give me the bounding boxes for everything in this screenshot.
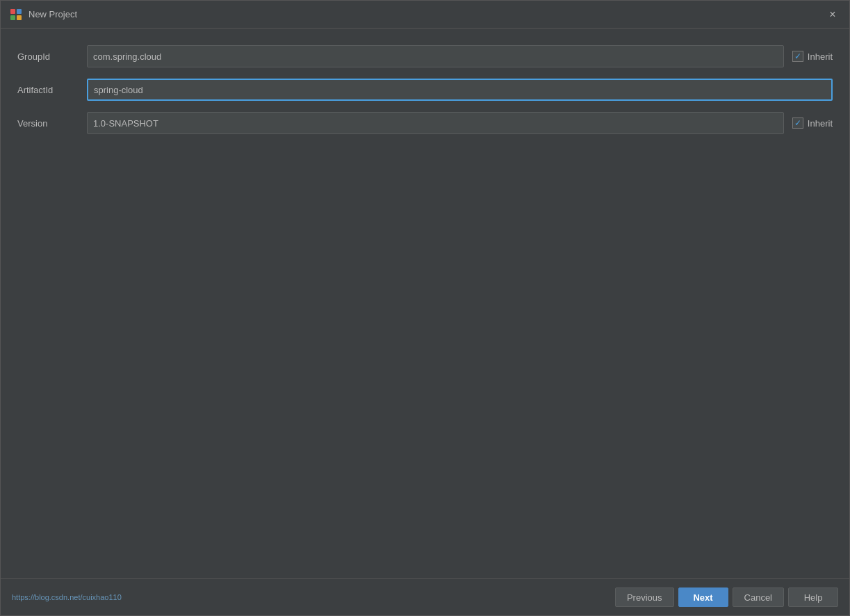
version-input[interactable] bbox=[87, 112, 784, 134]
version-inherit-label[interactable]: Inherit bbox=[808, 118, 833, 129]
svg-rect-2 bbox=[10, 15, 15, 20]
help-button[interactable]: Help bbox=[788, 587, 838, 607]
groupid-input-wrapper bbox=[87, 45, 784, 67]
close-button[interactable]: × bbox=[824, 6, 841, 23]
version-row: Version Inherit bbox=[17, 109, 833, 137]
artifactid-label: ArtifactId bbox=[17, 85, 87, 95]
title-bar: New Project × bbox=[1, 1, 849, 29]
dialog-title: New Project bbox=[28, 9, 824, 19]
artifactid-row: ArtifactId bbox=[17, 76, 833, 104]
version-input-wrapper bbox=[87, 112, 784, 134]
artifactid-input[interactable] bbox=[87, 79, 833, 101]
footer-status-url: https://blog.csdn.net/cuixhao110 bbox=[12, 593, 611, 601]
groupid-label: GroupId bbox=[17, 51, 87, 62]
groupid-input[interactable] bbox=[87, 45, 784, 67]
dialog-content: GroupId Inherit ArtifactId Version bbox=[1, 29, 849, 578]
version-inherit-checkbox[interactable] bbox=[792, 117, 803, 129]
version-inherit-wrapper: Inherit bbox=[792, 117, 833, 129]
cancel-button[interactable]: Cancel bbox=[733, 587, 784, 607]
groupid-inherit-label[interactable]: Inherit bbox=[808, 51, 833, 62]
artifactid-input-wrapper bbox=[87, 79, 833, 101]
dialog-footer: https://blog.csdn.net/cuixhao110 Previou… bbox=[1, 578, 849, 615]
svg-rect-1 bbox=[17, 9, 22, 14]
groupid-inherit-checkbox[interactable] bbox=[792, 51, 803, 62]
groupid-inherit-wrapper: Inherit bbox=[792, 51, 833, 62]
groupid-row: GroupId Inherit bbox=[17, 42, 833, 70]
app-icon bbox=[9, 8, 23, 22]
svg-rect-0 bbox=[10, 9, 15, 14]
new-project-dialog: New Project × GroupId Inherit ArtifactId… bbox=[0, 0, 850, 616]
version-label: Version bbox=[17, 118, 87, 129]
next-button[interactable]: Next bbox=[678, 587, 728, 607]
previous-button[interactable]: Previous bbox=[615, 587, 674, 607]
svg-rect-3 bbox=[17, 15, 22, 20]
